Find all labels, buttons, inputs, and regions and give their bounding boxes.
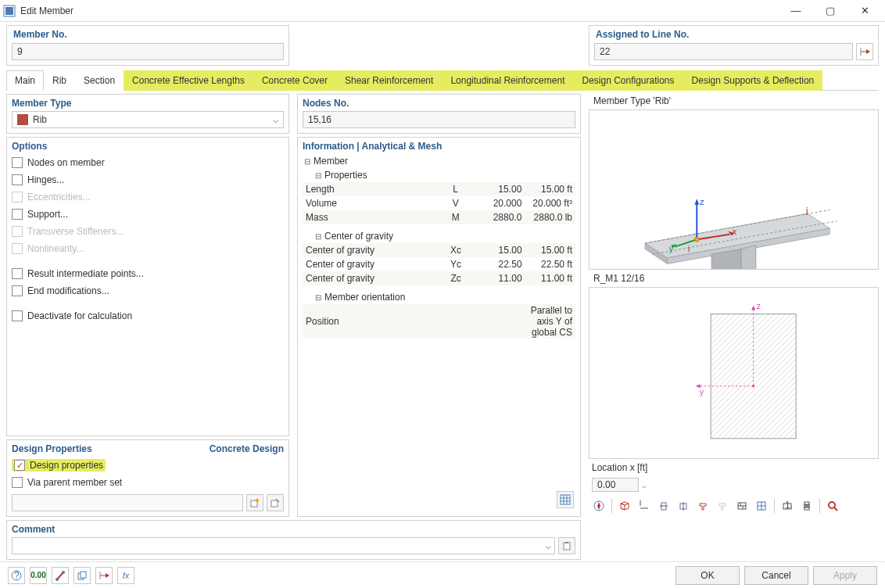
comment-label: Comment — [12, 524, 575, 537]
tab-design-configurations[interactable]: Design Configurations — [573, 70, 683, 91]
tool-view-front[interactable] — [636, 497, 653, 514]
cog-z: Center of gravityZc11.0011.00 ft — [303, 271, 575, 285]
tool-print[interactable] — [798, 497, 815, 514]
assigned-label: Assigned to Line No. — [594, 27, 873, 43]
apply-button: Apply — [813, 566, 877, 585]
tree-member[interactable]: ⊟Member — [303, 154, 575, 168]
tool-values[interactable]: 1.2 — [779, 497, 796, 514]
opt-end-modifications[interactable]: End modifications... — [12, 282, 284, 299]
svg-point-6 — [256, 499, 259, 502]
info-label: Information | Analytical & Mesh — [303, 141, 575, 154]
minimize-button[interactable]: ― — [779, 0, 813, 22]
table-icon — [560, 494, 571, 505]
bottom-fx-button[interactable]: fx — [117, 567, 134, 584]
opt-support[interactable]: Support... — [12, 206, 284, 223]
design-properties-check[interactable]: ✓ Design properties — [12, 457, 284, 474]
svg-text:1.2: 1.2 — [785, 500, 793, 511]
nodes-no-input[interactable] — [303, 111, 575, 128]
info-tree: ⊟Member ⊟Properties LengthL15.0015.00 ft… — [303, 154, 575, 339]
tab-concrete-cover[interactable]: Concrete Cover — [253, 70, 336, 91]
tool-view-side[interactable] — [655, 497, 672, 514]
opt-result-intermediate-points[interactable]: Result intermediate points... — [12, 265, 284, 282]
select-line-button[interactable] — [856, 43, 873, 60]
svg-text:i: i — [688, 244, 690, 253]
tool-search[interactable] — [824, 497, 841, 514]
svg-text:z: z — [700, 197, 704, 206]
preview-2d[interactable]: z y — [589, 287, 879, 459]
member-type-value: Rib — [33, 114, 47, 125]
bottom-pick-button[interactable] — [95, 567, 113, 584]
prop-volume: VolumeV20.00020.000 ft³ — [303, 196, 575, 210]
print-icon — [801, 500, 812, 511]
tab-concrete-effective-lengths[interactable]: Concrete Effective Lengths — [124, 70, 253, 91]
tabs-bar: Main Rib Section Concrete Effective Leng… — [6, 70, 879, 91]
via-parent-set-check[interactable]: Via parent member set — [12, 474, 284, 491]
svg-rect-61 — [804, 507, 809, 510]
svg-rect-60 — [804, 502, 809, 504]
window-title: Edit Member — [20, 5, 779, 16]
svg-line-63 — [834, 507, 837, 511]
member-type-select[interactable]: Rib ⌵ — [12, 111, 284, 128]
design-input[interactable] — [12, 494, 243, 511]
options-label: Options — [12, 141, 284, 154]
svg-text:z: z — [757, 302, 761, 310]
tab-main[interactable]: Main — [6, 70, 44, 91]
bottom-copy-button[interactable] — [73, 567, 91, 584]
svg-point-70 — [62, 571, 65, 574]
tree-cog[interactable]: ⊟Center of gravity — [303, 229, 575, 243]
tool-nav[interactable] — [590, 497, 607, 514]
ok-button[interactable]: OK — [675, 566, 740, 585]
opt-nodes-on-member[interactable]: Nodes on member — [12, 154, 284, 171]
dim-icon — [639, 500, 650, 511]
tree-properties[interactable]: ⊟Properties — [303, 168, 575, 182]
nodes-no-label: Nodes No. — [303, 98, 575, 111]
bottom-units-button[interactable]: 0.00 — [30, 567, 47, 584]
member-no-input[interactable] — [12, 43, 284, 60]
bottom-member-button[interactable] — [52, 567, 69, 584]
chevron-down-icon: ⌵ — [273, 114, 278, 125]
opt-eccentricities: Eccentricities... — [12, 188, 284, 206]
prop-mass: MassM2880.02880.0 lb — [303, 210, 575, 224]
tab-design-supports-deflection[interactable]: Design Supports & Deflection — [683, 70, 823, 91]
svg-text:j: j — [805, 206, 808, 215]
tab-shear-reinforcement[interactable]: Shear Reinforcement — [336, 70, 442, 91]
tool-view-iso[interactable] — [616, 497, 633, 514]
tool-color[interactable] — [714, 497, 731, 514]
member-no-label: Member No. — [12, 27, 284, 43]
tool-section[interactable] — [694, 497, 711, 514]
maximize-button[interactable]: ▢ — [813, 0, 847, 22]
tool-view-top[interactable] — [675, 497, 692, 514]
close-button[interactable]: ✕ — [847, 0, 882, 22]
svg-text:y: y — [700, 388, 704, 396]
opt-deactivate[interactable]: Deactivate for calculation — [12, 307, 284, 324]
assigned-line-input[interactable] — [594, 43, 853, 60]
member-icon — [55, 570, 66, 581]
search-icon — [827, 500, 838, 511]
comment-input[interactable]: ⌵ — [12, 537, 555, 554]
tool-grid[interactable] — [753, 497, 770, 514]
tab-longitudinal-reinforcement[interactable]: Longitudinal Reinforcement — [442, 70, 573, 91]
opt-transverse-stiffeners: Transverse Stiffeners... — [12, 223, 284, 240]
comment-attach-button[interactable] — [558, 537, 575, 554]
units-icon: 0.00 — [30, 571, 45, 579]
new-icon — [250, 498, 260, 507]
bottom-help-button[interactable]: ? — [8, 567, 25, 584]
tab-section[interactable]: Section — [75, 70, 124, 91]
svg-text:y: y — [668, 244, 673, 253]
cog-x: Center of gravityXc15.0015.00 ft — [303, 243, 575, 257]
info-grid-button[interactable] — [557, 491, 574, 508]
help-icon: ? — [11, 570, 22, 581]
svg-marker-74 — [106, 573, 109, 578]
svg-rect-64 — [564, 543, 570, 550]
tree-orientation[interactable]: ⊟Member orientation — [303, 290, 575, 304]
design-btn-1[interactable] — [246, 494, 263, 511]
opt-hinges[interactable]: Hinges... — [12, 171, 284, 188]
tab-rib[interactable]: Rib — [44, 70, 75, 91]
preview-3d[interactable]: z x y i j — [589, 109, 879, 270]
tool-hatch[interactable] — [733, 497, 751, 514]
values-icon: 1.2 — [782, 500, 793, 511]
design-properties-label: Design Properties — [12, 443, 92, 454]
design-btn-2[interactable] — [267, 494, 284, 511]
location-input[interactable] — [592, 478, 639, 492]
cancel-button[interactable]: Cancel — [744, 566, 808, 585]
